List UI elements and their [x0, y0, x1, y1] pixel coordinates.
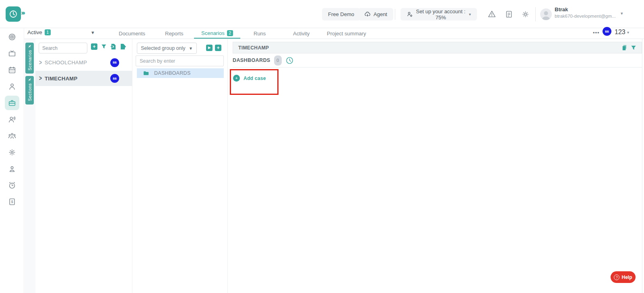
clock-icon[interactable]: [286, 57, 293, 64]
vertical-tab-scenarios[interactable]: Scenarios: [25, 43, 34, 74]
folder-label: DASHBOARDS: [154, 70, 191, 76]
import-icon[interactable]: [110, 43, 116, 50]
tab-reports[interactable]: Reports: [165, 28, 184, 39]
sidebar-item-briefcase[interactable]: [5, 96, 19, 110]
tab-label: Scenarios: [201, 30, 225, 36]
project-badge: BB: [110, 58, 119, 67]
tab-label: Project summary: [327, 31, 366, 37]
project-number[interactable]: 123: [615, 29, 625, 36]
user-menu-caret-icon[interactable]: ▾: [621, 11, 623, 16]
add-project-button[interactable]: +: [91, 43, 97, 50]
project-tab-bar: Active 1 ▼ Documents Reports Scenarios 2…: [24, 28, 644, 39]
active-filter-caret-icon[interactable]: ▼: [91, 30, 95, 35]
copy-icon[interactable]: [621, 45, 627, 51]
project-number-caret-icon[interactable]: ▾: [627, 30, 629, 35]
tab-activity[interactable]: Activity: [293, 28, 310, 39]
panel-tabs-strip: Scenarios Sections: [25, 39, 35, 293]
groups-panel: Selected group only ▼ ▶ + DASHBOARDS: [133, 39, 228, 293]
calendar-icon: [8, 66, 17, 74]
projects-panel: + > SCHOOLCHAMP BB > TIMECHAMP BB: [35, 39, 132, 293]
active-filter-label: Active: [27, 29, 42, 35]
filter-icon[interactable]: [631, 45, 636, 51]
chevron-right-icon: >: [39, 59, 42, 66]
projects-toolbar: +: [91, 43, 126, 50]
tab-project-summary[interactable]: Project summary: [327, 28, 366, 39]
pin-icon: [28, 45, 31, 48]
header-divider: [395, 9, 395, 20]
sidebar-item-user-voice[interactable]: [5, 112, 19, 127]
vertical-tab-label: Sections: [27, 83, 32, 101]
agent-label: Agent: [374, 11, 387, 17]
briefcase-icon: [8, 98, 17, 107]
scenarios-count-badge: 2: [227, 30, 233, 36]
highlight-rectangle: [230, 69, 279, 95]
invoice-icon: $: [8, 197, 17, 206]
play-icon: ▶: [208, 46, 211, 49]
add-group-button[interactable]: +: [215, 45, 221, 51]
tree-item-label: TIMECHAMP: [45, 76, 77, 82]
sidebar-item-time[interactable]: [5, 178, 19, 193]
tree-item-schoolchamp[interactable]: > SCHOOLCHAMP BB: [35, 56, 132, 69]
vertical-tab-sections[interactable]: Sections: [25, 76, 34, 104]
sidebar-item-invoice[interactable]: $: [5, 195, 19, 209]
team-icon: [8, 131, 17, 140]
app-window: ››› Free Demo Agent Se: [0, 0, 644, 293]
main-panel-header: TIMECHAMP: [233, 42, 642, 53]
warning-triangle-icon[interactable]: [487, 9, 497, 19]
export-icon[interactable]: [120, 43, 126, 50]
help-button[interactable]: ? Help: [611, 271, 636, 283]
sidebar-item-account[interactable]: [5, 162, 19, 176]
sidebar-item-settings[interactable]: [5, 145, 19, 160]
avatar[interactable]: [540, 8, 552, 20]
section-title: DASHBOARDS: [233, 57, 270, 63]
project-search-input[interactable]: [39, 43, 87, 53]
sidebar-item-tv[interactable]: [5, 46, 19, 61]
sidebar-item-calendar[interactable]: [5, 63, 19, 77]
case-count-badge: 0: [274, 55, 282, 66]
user-name: Btrak: [555, 6, 568, 12]
tree-item-timechamp[interactable]: > TIMECHAMP BB: [35, 71, 132, 86]
document-icon[interactable]: [504, 9, 514, 19]
setup-account-button[interactable]: Set up your account : 75% ▾: [400, 8, 477, 20]
sidebar-item-user[interactable]: [5, 79, 19, 94]
gear-icon: [8, 148, 17, 157]
gear-icon[interactable]: [520, 9, 530, 19]
tab-documents[interactable]: Documents: [119, 28, 145, 39]
overflow-menu-icon[interactable]: •••: [593, 30, 600, 36]
app-logo[interactable]: [6, 6, 21, 22]
active-filter[interactable]: Active 1: [27, 29, 51, 35]
cases-panel: TIMECHAMP DASHBOARDS 0 + Add case: [228, 39, 642, 293]
plus-icon: +: [217, 45, 219, 50]
plus-icon: +: [93, 44, 95, 49]
add-case-button[interactable]: + Add case: [233, 75, 266, 82]
tree-item-label: SCHOOLCHAMP: [45, 59, 87, 66]
add-case-label: Add case: [244, 76, 266, 81]
plus-circle-icon: +: [233, 75, 240, 82]
tab-label: Documents: [119, 31, 145, 37]
user-initials-badge[interactable]: BB: [603, 27, 611, 36]
tab-scenarios[interactable]: Scenarios 2: [194, 28, 240, 39]
active-count-badge: 1: [45, 29, 51, 35]
chevrons-right-icon[interactable]: ›››: [21, 9, 24, 17]
header-divider: [535, 7, 536, 21]
user-voice-icon: [8, 115, 17, 124]
sidebar-item-target[interactable]: [5, 30, 19, 44]
target-icon: [8, 33, 17, 41]
vertical-tab-label: Scenarios: [27, 50, 32, 70]
user-email: btrak670-development@gm...: [555, 14, 616, 18]
agent-button[interactable]: Agent: [358, 8, 393, 20]
svg-text:$: $: [11, 200, 13, 204]
group-filter-select[interactable]: Selected group only ▼: [137, 43, 197, 54]
question-circle-icon: ?: [614, 275, 619, 280]
filter-icon[interactable]: [101, 44, 107, 49]
help-label: Help: [621, 275, 632, 280]
user-icon: [8, 82, 17, 91]
free-demo-button[interactable]: Free Demo: [322, 8, 360, 20]
tab-runs[interactable]: Runs: [254, 28, 266, 39]
group-search-input[interactable]: [136, 55, 224, 66]
tv-icon: [8, 49, 17, 58]
run-button[interactable]: ▶: [206, 45, 213, 51]
folder-item-dashboards[interactable]: DASHBOARDS: [137, 68, 224, 78]
sidebar-item-team[interactable]: [5, 129, 19, 143]
chevron-right-icon: >: [39, 75, 42, 82]
